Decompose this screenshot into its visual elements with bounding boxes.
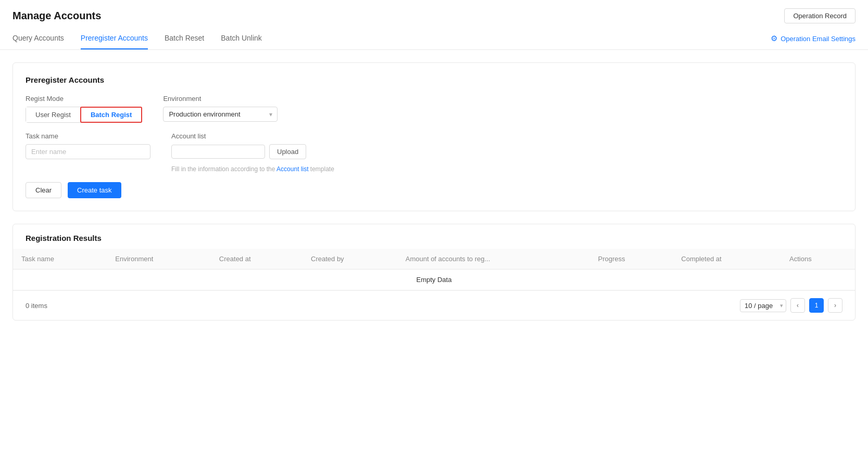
next-page-button[interactable]: ›: [828, 298, 842, 313]
tab-batch-unlink[interactable]: Batch Unlink: [221, 28, 262, 49]
environment-label: Environment: [163, 95, 278, 103]
regist-mode-label: Regist Mode: [26, 95, 142, 103]
upload-button[interactable]: Upload: [269, 144, 306, 159]
account-list-template-link[interactable]: Account list: [276, 165, 308, 173]
prev-page-button[interactable]: ‹: [790, 298, 805, 313]
nav-tabs: Query Accounts Preregister Accounts Batc…: [0, 28, 868, 50]
col-created-by: Created by: [303, 249, 397, 270]
tab-preregister-accounts[interactable]: Preregister Accounts: [81, 28, 148, 49]
results-table-head: Task name Environment Created at Created…: [13, 249, 855, 270]
form-row-1: Regist Mode User Regist Batch Regist Env…: [26, 95, 842, 123]
page-1-button[interactable]: 1: [809, 298, 824, 313]
environment-select-wrapper: Production environment Test environment: [163, 107, 278, 122]
operation-record-button[interactable]: Operation Record: [784, 8, 856, 23]
regist-mode-toggle: User Regist Batch Regist: [26, 107, 142, 123]
hint-text-suffix: template: [308, 165, 334, 173]
tab-query-accounts[interactable]: Query Accounts: [12, 28, 64, 49]
settings-label: Operation Email Settings: [781, 35, 856, 43]
environment-group: Environment Production environment Test …: [163, 95, 278, 122]
col-completed-at: Completed at: [673, 249, 781, 270]
col-actions: Actions: [781, 249, 855, 270]
nav-tabs-left: Query Accounts Preregister Accounts Batc…: [12, 28, 262, 49]
create-task-button[interactable]: Create task: [68, 182, 121, 198]
preregister-form-card: Preregister Accounts Regist Mode User Re…: [12, 62, 856, 211]
account-list-label: Account list: [171, 132, 334, 140]
page-size-select[interactable]: 10 / page 20 / page 50 / page: [740, 299, 786, 312]
results-table-header-row: Task name Environment Created at Created…: [13, 249, 855, 270]
col-progress: Progress: [590, 249, 673, 270]
page-title: Manage Accounts: [12, 10, 101, 22]
gear-icon: ⚙: [771, 34, 777, 43]
account-list-input[interactable]: [171, 145, 265, 159]
col-task-name: Task name: [13, 249, 107, 270]
page-size-wrapper: 10 / page 20 / page 50 / page: [740, 299, 786, 312]
empty-data-row: Empty Data: [13, 270, 855, 290]
results-table: Task name Environment Created at Created…: [13, 249, 855, 290]
operation-email-settings-link[interactable]: ⚙ Operation Email Settings: [771, 34, 856, 43]
user-regist-button[interactable]: User Regist: [26, 107, 81, 122]
form-card-title: Preregister Accounts: [26, 75, 842, 84]
task-name-label: Task name: [26, 132, 150, 140]
col-created-at: Created at: [211, 249, 303, 270]
clear-button[interactable]: Clear: [26, 182, 61, 198]
col-amount: Amount of accounts to reg...: [397, 249, 590, 270]
task-name-input[interactable]: [26, 144, 150, 159]
tab-batch-reset[interactable]: Batch Reset: [165, 28, 204, 49]
results-card: Registration Results Task name Environme…: [12, 224, 856, 321]
environment-select[interactable]: Production environment Test environment: [163, 107, 278, 122]
results-table-body: Empty Data: [13, 270, 855, 290]
pagination-controls: 10 / page 20 / page 50 / page ‹ 1 ›: [740, 298, 842, 313]
form-row-2: Task name Account list Upload Fill in th…: [26, 132, 842, 173]
items-count: 0 items: [26, 302, 47, 310]
main-content: Preregister Accounts Regist Mode User Re…: [0, 50, 868, 333]
empty-data-cell: Empty Data: [13, 270, 855, 290]
col-environment: Environment: [107, 249, 211, 270]
batch-regist-button[interactable]: Batch Regist: [80, 107, 142, 123]
account-list-group: Account list Upload Fill in the informat…: [171, 132, 334, 173]
regist-mode-group: Regist Mode User Regist Batch Regist: [26, 95, 142, 123]
upload-row: Upload: [171, 144, 334, 159]
results-title: Registration Results: [13, 224, 855, 249]
form-action-row: Clear Create task: [26, 182, 842, 198]
hint-text: Fill in the information according to the…: [171, 165, 334, 173]
pagination-row: 0 items 10 / page 20 / page 50 / page ‹ …: [13, 290, 855, 320]
hint-text-prefix: Fill in the information according to the: [171, 165, 276, 173]
task-name-group: Task name: [26, 132, 150, 159]
